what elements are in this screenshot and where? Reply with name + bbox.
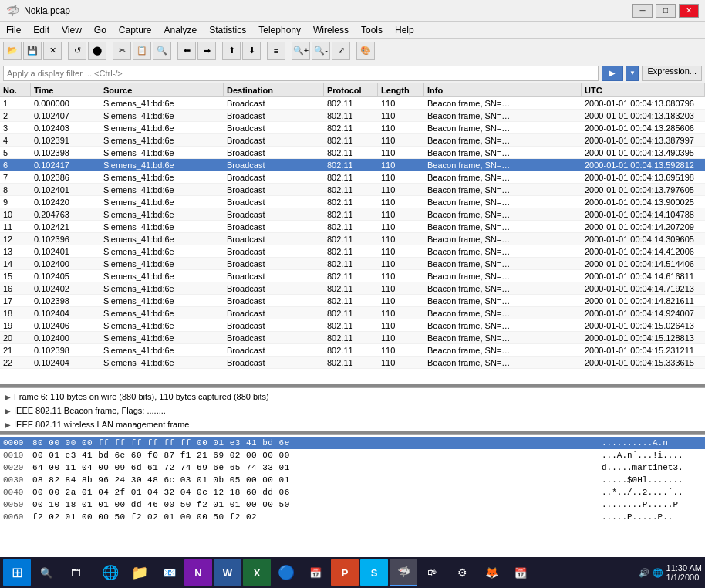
detail-row[interactable]: ▶Frame 6: 110 bytes on wire (880 bits), … — [0, 390, 705, 404]
cell-no: 15 — [0, 270, 31, 282]
menu-wireless[interactable]: Wireless — [307, 22, 355, 38]
menu-statistics[interactable]: Statistics — [203, 22, 252, 38]
menu-capture[interactable]: Capture — [113, 22, 158, 38]
cell-no: 9 — [0, 196, 31, 208]
cell-no: 14 — [0, 258, 31, 269]
filter-dropdown-button[interactable]: ▼ — [626, 66, 639, 81]
tb-close-button[interactable]: ✕ — [43, 42, 62, 60]
col-time: Time — [31, 83, 100, 96]
table-row[interactable]: 4 0.102391 Siemens_41:bd:6e Broadcast 80… — [0, 134, 705, 147]
cell-src: Siemens_41:bd:6e — [100, 122, 224, 133]
tb-capture-button[interactable]: ⬤ — [88, 42, 106, 60]
col-proto: Protocol — [324, 83, 378, 96]
table-row[interactable]: 20 0.102400 Siemens_41:bd:6e Broadcast 8… — [0, 332, 705, 344]
cell-info: Beacon frame, SN=… — [424, 270, 582, 282]
hex-row[interactable]: 0010 00 01 e3 41 bd 6e 60 f0 87 f1 21 69… — [0, 449, 705, 461]
table-row[interactable]: 5 0.102398 Siemens_41:bd:6e Broadcast 80… — [0, 147, 705, 159]
cell-info: Beacon frame, SN=… — [424, 147, 582, 158]
table-row[interactable]: 1 0.000000 Siemens_41:bd:6e Broadcast 80… — [0, 97, 705, 110]
table-row[interactable]: 19 0.102406 Siemens_41:bd:6e Broadcast 8… — [0, 319, 705, 332]
table-row[interactable]: 17 0.102398 Siemens_41:bd:6e Broadcast 8… — [0, 295, 705, 307]
cell-info: Beacon frame, SN=… — [424, 233, 582, 245]
filter-input[interactable] — [3, 66, 599, 81]
tb-find-button[interactable]: 🔍 — [153, 42, 171, 60]
tb-forward-button[interactable]: ⮕ — [197, 42, 216, 60]
cell-src: Siemens_41:bd:6e — [100, 307, 224, 319]
cell-src: Siemens_41:bd:6e — [100, 110, 224, 121]
cell-utc: 2000-01-01 00:04:13.387997 — [582, 134, 705, 146]
hex-row[interactable]: 0020 64 00 11 04 00 09 6d 61 72 74 69 6e… — [0, 461, 705, 474]
tb-copy-button[interactable]: 📋 — [133, 42, 151, 60]
title-controls[interactable]: ─ □ ✕ — [632, 4, 699, 18]
col-no: No. — [0, 83, 31, 96]
table-row[interactable]: 12 0.102396 Siemens_41:bd:6e Broadcast 8… — [0, 233, 705, 245]
cell-time: 0.102417 — [31, 159, 100, 171]
minimize-button[interactable]: ─ — [632, 4, 653, 18]
cell-len: 110 — [378, 357, 424, 368]
table-row[interactable]: 18 0.102404 Siemens_41:bd:6e Broadcast 8… — [0, 307, 705, 319]
table-row[interactable]: 9 0.102420 Siemens_41:bd:6e Broadcast 80… — [0, 196, 705, 208]
tb-zoom-reset-button[interactable]: ⤢ — [332, 42, 350, 60]
hex-row[interactable]: 0030 08 82 84 8b 96 24 30 48 6c 03 01 0b… — [0, 474, 705, 486]
table-row[interactable]: 14 0.102400 Siemens_41:bd:6e Broadcast 8… — [0, 258, 705, 270]
menu-go[interactable]: Go — [88, 22, 113, 38]
table-row[interactable]: 16 0.102402 Siemens_41:bd:6e Broadcast 8… — [0, 282, 705, 295]
tb-reload-button[interactable]: ↺ — [68, 42, 86, 60]
tb-back-button[interactable]: ⬅ — [177, 42, 196, 60]
cell-info: Beacon frame, SN=… — [424, 208, 582, 220]
menu-edit[interactable]: Edit — [27, 22, 56, 38]
hex-row[interactable]: 0050 00 10 18 01 01 00 dd 46 00 50 f2 01… — [0, 498, 705, 511]
cell-time: 0.102404 — [31, 307, 100, 319]
cell-no: 1 — [0, 97, 31, 109]
table-row[interactable]: 11 0.102421 Siemens_41:bd:6e Broadcast 8… — [0, 221, 705, 233]
table-row[interactable]: 13 0.102401 Siemens_41:bd:6e Broadcast 8… — [0, 245, 705, 258]
table-row[interactable]: 6 0.102417 Siemens_41:bd:6e Broadcast 80… — [0, 159, 705, 171]
cell-utc: 2000-01-01 00:04:14.309605 — [582, 233, 705, 245]
hex-row[interactable]: 0060 f2 02 01 00 00 50 f2 02 01 00 00 50… — [0, 511, 705, 523]
filter-apply-button[interactable]: ▶ — [602, 66, 623, 81]
hex-row[interactable]: 0000 80 00 00 00 ff ff ff ff ff ff 00 01… — [0, 437, 705, 449]
cell-len: 110 — [378, 258, 424, 269]
title-bar: 🦈 Nokia.pcap ─ □ ✕ — [0, 0, 705, 22]
expression-button[interactable]: Expression... — [642, 66, 702, 81]
detail-row[interactable]: ▶IEEE 802.11 wireless LAN management fra… — [0, 417, 705, 431]
tb-colorize-button[interactable]: 🎨 — [356, 42, 375, 60]
table-row[interactable]: 15 0.102405 Siemens_41:bd:6e Broadcast 8… — [0, 270, 705, 282]
menu-analyze[interactable]: Analyze — [158, 22, 204, 38]
cell-time: 0.102400 — [31, 332, 100, 343]
menu-file[interactable]: File — [0, 22, 27, 38]
cell-utc: 2000-01-01 00:04:13.797605 — [582, 184, 705, 195]
table-row[interactable]: 10 0.204763 Siemens_41:bd:6e Broadcast 8… — [0, 208, 705, 221]
tb-mark-button[interactable]: ⬇ — [242, 42, 261, 60]
table-row[interactable]: 22 0.102404 Siemens_41:bd:6e Broadcast 8… — [0, 357, 705, 369]
tb-open-button[interactable]: 📂 — [3, 42, 22, 60]
cell-time: 0.102403 — [31, 122, 100, 133]
hex-offset: 0040 — [3, 488, 32, 497]
tb-zoom-out-button[interactable]: 🔍- — [312, 42, 330, 60]
tb-zoom-in-button[interactable]: 🔍+ — [292, 42, 310, 60]
menu-telephony[interactable]: Telephony — [252, 22, 307, 38]
cell-len: 110 — [378, 245, 424, 257]
cell-proto: 802.11 — [324, 233, 378, 245]
table-row[interactable]: 3 0.102403 Siemens_41:bd:6e Broadcast 80… — [0, 122, 705, 134]
close-button[interactable]: ✕ — [679, 4, 699, 18]
detail-row[interactable]: ▶IEEE 802.11 Beacon frame, Flags: ......… — [0, 404, 705, 417]
hex-row[interactable]: 0040 00 00 2a 01 04 2f 01 04 32 04 0c 12… — [0, 486, 705, 498]
menu-help[interactable]: Help — [389, 22, 420, 38]
hex-offset: 0010 — [3, 451, 32, 460]
tb-filter-button[interactable]: ≡ — [267, 42, 285, 60]
table-row[interactable]: 8 0.102401 Siemens_41:bd:6e Broadcast 80… — [0, 184, 705, 196]
maximize-button[interactable]: □ — [656, 4, 676, 18]
cell-time: 0.102391 — [31, 134, 100, 146]
detail-text: IEEE 802.11 Beacon frame, Flags: .......… — [14, 406, 166, 415]
table-row[interactable]: 7 0.102386 Siemens_41:bd:6e Broadcast 80… — [0, 171, 705, 184]
menu-view[interactable]: View — [56, 22, 88, 38]
table-row[interactable]: 2 0.102407 Siemens_41:bd:6e Broadcast 80… — [0, 110, 705, 122]
tb-goto-button[interactable]: ⬆ — [222, 42, 241, 60]
cell-src: Siemens_41:bd:6e — [100, 295, 224, 306]
cell-no: 22 — [0, 357, 31, 368]
table-row[interactable]: 21 0.102398 Siemens_41:bd:6e Broadcast 8… — [0, 344, 705, 357]
menu-tools[interactable]: Tools — [355, 22, 389, 38]
tb-cut-button[interactable]: ✂ — [113, 42, 131, 60]
tb-save-button[interactable]: 💾 — [23, 42, 42, 60]
